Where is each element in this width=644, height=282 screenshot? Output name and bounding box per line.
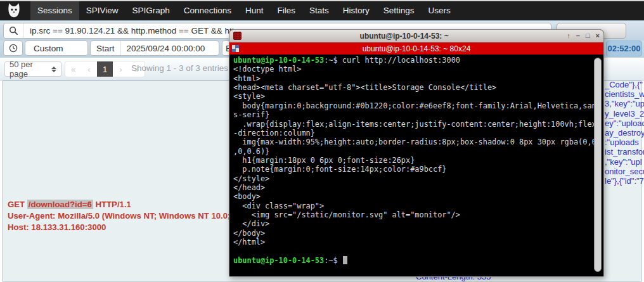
per-page-label: 50 per page <box>10 60 51 79</box>
terminal-line: <body> <box>233 192 600 201</box>
raw-json-line: ay_destroy <box>605 128 644 138</box>
owl-logo-icon <box>6 3 22 19</box>
highlighted-uri[interactable]: /download?id=6 <box>27 200 93 209</box>
nav-item-files[interactable]: Files <box>270 1 302 20</box>
nav-item-spigraph[interactable]: SPIGraph <box>126 1 177 20</box>
nav-item-spiview[interactable]: SPIView <box>79 1 126 20</box>
raw-json-line: y_level3_20 <box>605 109 644 119</box>
nav-item-users[interactable]: Users <box>422 1 458 20</box>
prompt-suffix: :~$ <box>324 256 342 265</box>
terminal-command: curl http://localhost:3000 <box>342 56 460 65</box>
terminal-titlebar[interactable]: ubuntu@ip-10-0-14-53: ~ ↑ – □ × <box>229 30 603 42</box>
current-page-button[interactable]: 1 <box>97 61 113 77</box>
main-navbar: SessionsSPIViewSPIGraphConnectionsHuntFi… <box>0 1 644 20</box>
xterm-icon <box>233 32 242 40</box>
raw-json-line: ,"key":"upl <box>605 157 644 167</box>
terminal-cursor <box>343 256 347 264</box>
terminal-line: <style> <box>233 92 600 101</box>
nav-item-sessions[interactable]: Sessions <box>30 1 79 20</box>
start-time-group: Start 2025/09/24 00:00:00 <box>90 41 219 56</box>
terminal-line: -direction:column} <box>233 129 600 138</box>
search-input[interactable]: ip.src == 91.90.124.21 && http.method ==… <box>23 26 239 35</box>
close-button[interactable]: × <box>596 32 600 39</box>
rollup-button[interactable]: ↑ <box>567 32 570 39</box>
terminal-scrollbar[interactable] <box>594 58 602 272</box>
http-protocol: HTTP/1.1 <box>93 200 131 209</box>
terminal-badge-icon <box>232 45 239 52</box>
prompt-user: ubuntu@ip-10-0-14-53 <box>233 56 324 65</box>
nav-item-settings[interactable]: Settings <box>377 1 422 20</box>
terminal-line: <html> <box>233 74 600 83</box>
terminal-line: img{max-width:95%;height:auto;border-rad… <box>233 138 600 146</box>
start-time-input[interactable]: 2025/09/24 00:00:00 <box>121 44 205 53</box>
terminal-title: ubuntu@ip-10-0-14-53: ~ <box>242 32 567 41</box>
results-summary: Showing 1 - 3 of 3 entries <box>131 63 228 73</box>
terminal-output: <!doctype html><html><head><meta charset… <box>233 65 600 256</box>
terminal-inner-title: ubuntu@ip-10-0-14-53: ~ 80x24 <box>229 44 603 53</box>
terminal-line: h1{margin:18px 0 6px 0;font-size:26px} <box>233 156 600 165</box>
terminal-line: p.note{margin:0;font-size:14px;color:#a9… <box>233 165 600 174</box>
raw-json-line: cientists_w <box>605 89 644 99</box>
next-page-button[interactable]: › <box>113 61 129 77</box>
terminal-line: </head> <box>233 183 600 192</box>
prompt-user: ubuntu@ip-10-0-14-53 <box>233 256 324 265</box>
minimize-button[interactable]: – <box>576 32 580 39</box>
start-label: Start <box>91 41 121 55</box>
terminal-command-line: ubuntu@ip-10-0-14-53:~$ curl http://loca… <box>233 56 600 65</box>
per-page-select[interactable]: 50 per page <box>4 61 61 77</box>
terminal-prompt-line: ubuntu@ip-10-0-14-53:~$ <box>233 256 600 265</box>
raw-json-line: le"},{"id":"7 <box>605 176 644 186</box>
terminal-line: <head><meta charset="utf-8"><title>Stora… <box>233 83 600 92</box>
terminal-line: </style> <box>233 174 600 183</box>
host-line: Host: 18.133.31.160:3000 <box>8 222 257 233</box>
prev-page-button[interactable]: ‹ <box>81 61 97 77</box>
prompt-suffix: :~$ <box>324 56 342 65</box>
nav-item-hunt[interactable]: Hunt <box>238 1 271 20</box>
sort-caret-icon <box>51 67 56 72</box>
terminal-line: </div> <box>233 219 600 228</box>
clock-icon <box>9 44 18 53</box>
raw-json-fragments: _Code"},{"cientists_w3,"key":"upy_level3… <box>605 80 644 189</box>
terminal-line: </body> <box>233 229 600 238</box>
terminal-line: .wrap{display:flex;align-items:center;ju… <box>233 120 600 129</box>
arkime-sessions-page: SessionsSPIViewSPIGraphConnectionsHuntFi… <box>0 0 644 282</box>
terminal-line: </html> <box>233 238 600 247</box>
terminal-line: s-serif} <box>233 110 600 119</box>
terminal-line: <img src="/static/monitor.svg" alt="moni… <box>233 210 600 219</box>
terminal-inner-titlebar: ubuntu@ip-10-0-14-53: ~ 80x24 <box>229 42 603 54</box>
terminal-window[interactable]: ubuntu@ip-10-0-14-53: ~ ↑ – □ × ubuntu@i… <box>229 29 604 277</box>
terminal-line: <!doctype html> <box>233 65 600 74</box>
http-request-text: GET /download?id=6 HTTP/1.1 User-Agent: … <box>8 199 257 233</box>
terminal-screen[interactable]: ubuntu@ip-10-0-14-53:~$ curl http://loca… <box>231 54 602 274</box>
time-range-select[interactable]: Custom <box>25 41 88 56</box>
nav-items: SessionsSPIViewSPIGraphConnectionsHuntFi… <box>30 1 458 20</box>
first-page-button[interactable]: « <box>65 61 81 77</box>
nav-item-history[interactable]: History <box>336 1 377 20</box>
raw-json-line: _Code"},{" <box>605 80 644 89</box>
raw-json-line: onitor_secu <box>605 167 644 176</box>
window-controls: ↑ – □ × <box>567 32 600 39</box>
raw-json-line: ey":"upload <box>605 119 644 128</box>
time-duration-badge: 02:52:00 <box>606 41 642 56</box>
terminal-line <box>233 247 600 256</box>
raw-json-line: 3,"key":"up <box>605 99 644 108</box>
search-icon <box>4 23 23 38</box>
time-icon-cell <box>3 41 23 56</box>
raw-json-line: :"uploads <box>605 138 644 147</box>
user-agent-line: User-Agent: Mozilla/5.0 (Windows NT; Win… <box>8 210 257 222</box>
terminal-line: <div class="wrap"> <box>233 202 600 210</box>
terminal-line: ,0,0.6)} <box>233 147 600 156</box>
nav-item-connections[interactable]: Connections <box>177 1 238 20</box>
nav-item-stats[interactable]: Stats <box>302 1 336 20</box>
terminal-line: body{margin:0;background:#0b1220;color:#… <box>233 101 600 110</box>
maximize-button[interactable]: □ <box>586 32 590 39</box>
time-range-value: Custom <box>34 44 63 53</box>
http-method: GET <box>8 200 27 209</box>
request-line: GET /download?id=6 HTTP/1.1 <box>8 199 257 210</box>
arkime-logo[interactable] <box>6 1 22 20</box>
raw-json-line: ist_transfor <box>605 147 644 157</box>
